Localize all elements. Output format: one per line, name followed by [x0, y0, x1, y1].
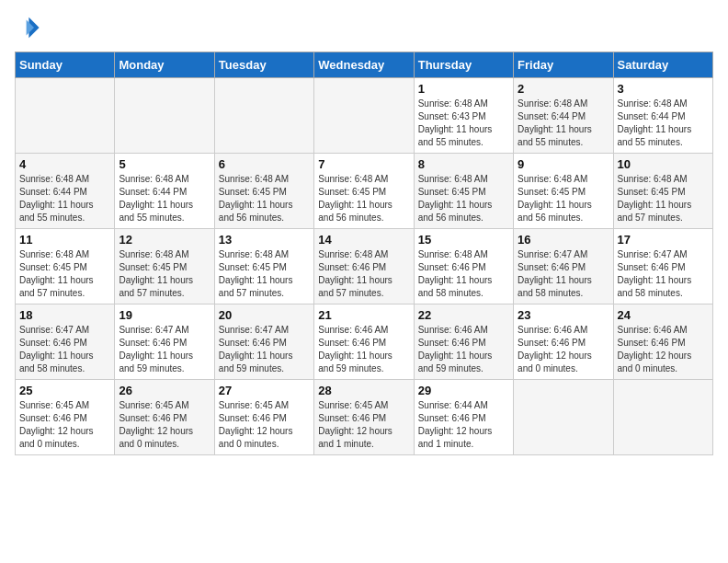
calendar-cell: 26Sunrise: 6:45 AM Sunset: 6:46 PM Dayli…	[115, 380, 214, 455]
calendar-cell: 12Sunrise: 6:48 AM Sunset: 6:45 PM Dayli…	[115, 229, 214, 304]
logo	[15, 15, 44, 40]
day-info: Sunrise: 6:48 AM Sunset: 6:45 PM Dayligh…	[318, 173, 409, 224]
day-number: 1	[418, 82, 509, 96]
day-info: Sunrise: 6:45 AM Sunset: 6:46 PM Dayligh…	[19, 399, 110, 451]
calendar-cell	[115, 78, 214, 154]
column-header-saturday: Saturday	[613, 52, 712, 78]
day-info: Sunrise: 6:48 AM Sunset: 6:45 PM Dayligh…	[618, 173, 709, 224]
calendar-cell: 8Sunrise: 6:48 AM Sunset: 6:45 PM Daylig…	[414, 154, 513, 229]
calendar-cell	[613, 380, 712, 455]
day-info: Sunrise: 6:48 AM Sunset: 6:45 PM Dayligh…	[418, 173, 509, 224]
page-header	[15, 15, 713, 40]
day-number: 15	[418, 233, 509, 247]
day-info: Sunrise: 6:48 AM Sunset: 6:45 PM Dayligh…	[119, 248, 210, 300]
day-info: Sunrise: 6:48 AM Sunset: 6:46 PM Dayligh…	[418, 248, 509, 300]
day-number: 8	[418, 157, 509, 171]
day-info: Sunrise: 6:48 AM Sunset: 6:44 PM Dayligh…	[119, 173, 210, 224]
day-info: Sunrise: 6:48 AM Sunset: 6:45 PM Dayligh…	[518, 173, 609, 224]
calendar-cell: 6Sunrise: 6:48 AM Sunset: 6:45 PM Daylig…	[214, 154, 313, 229]
day-number: 26	[119, 384, 210, 397]
calendar-cell: 4Sunrise: 6:48 AM Sunset: 6:44 PM Daylig…	[16, 154, 115, 229]
calendar-cell: 28Sunrise: 6:45 AM Sunset: 6:46 PM Dayli…	[314, 380, 414, 455]
day-number: 16	[518, 233, 609, 247]
day-info: Sunrise: 6:48 AM Sunset: 6:45 PM Dayligh…	[19, 248, 110, 300]
day-number: 25	[19, 384, 110, 397]
calendar-cell: 2Sunrise: 6:48 AM Sunset: 6:44 PM Daylig…	[514, 78, 613, 154]
calendar-week-row: 25Sunrise: 6:45 AM Sunset: 6:46 PM Dayli…	[16, 380, 713, 455]
day-number: 29	[418, 384, 509, 397]
calendar-cell: 17Sunrise: 6:47 AM Sunset: 6:46 PM Dayli…	[613, 229, 712, 304]
calendar-cell: 23Sunrise: 6:46 AM Sunset: 6:46 PM Dayli…	[514, 304, 613, 380]
day-number: 14	[318, 233, 409, 247]
day-number: 21	[318, 308, 409, 322]
day-number: 24	[618, 308, 709, 322]
calendar-cell: 11Sunrise: 6:48 AM Sunset: 6:45 PM Dayli…	[16, 229, 115, 304]
calendar-cell: 22Sunrise: 6:46 AM Sunset: 6:46 PM Dayli…	[414, 304, 513, 380]
column-header-wednesday: Wednesday	[314, 52, 414, 78]
calendar-cell: 7Sunrise: 6:48 AM Sunset: 6:45 PM Daylig…	[314, 154, 414, 229]
day-info: Sunrise: 6:47 AM Sunset: 6:46 PM Dayligh…	[219, 324, 310, 375]
day-info: Sunrise: 6:46 AM Sunset: 6:46 PM Dayligh…	[418, 324, 509, 375]
calendar-cell	[16, 78, 115, 154]
column-header-monday: Monday	[115, 52, 214, 78]
calendar-cell: 13Sunrise: 6:48 AM Sunset: 6:45 PM Dayli…	[214, 229, 313, 304]
day-number: 2	[518, 82, 609, 96]
day-info: Sunrise: 6:48 AM Sunset: 6:44 PM Dayligh…	[518, 98, 609, 149]
day-info: Sunrise: 6:47 AM Sunset: 6:46 PM Dayligh…	[19, 324, 110, 375]
day-number: 11	[19, 233, 110, 247]
calendar-week-row: 18Sunrise: 6:47 AM Sunset: 6:46 PM Dayli…	[16, 304, 713, 380]
calendar-cell: 20Sunrise: 6:47 AM Sunset: 6:46 PM Dayli…	[214, 304, 313, 380]
day-number: 6	[219, 157, 310, 171]
calendar-cell	[514, 380, 613, 455]
day-number: 13	[219, 233, 310, 247]
column-header-friday: Friday	[514, 52, 613, 78]
day-info: Sunrise: 6:46 AM Sunset: 6:46 PM Dayligh…	[318, 324, 409, 375]
calendar-cell: 10Sunrise: 6:48 AM Sunset: 6:45 PM Dayli…	[613, 154, 712, 229]
day-info: Sunrise: 6:48 AM Sunset: 6:45 PM Dayligh…	[219, 173, 310, 224]
day-info: Sunrise: 6:45 AM Sunset: 6:46 PM Dayligh…	[119, 399, 210, 451]
calendar-cell: 19Sunrise: 6:47 AM Sunset: 6:46 PM Dayli…	[115, 304, 214, 380]
calendar-header-row: SundayMondayTuesdayWednesdayThursdayFrid…	[16, 52, 713, 78]
column-header-thursday: Thursday	[414, 52, 513, 78]
calendar-cell: 1Sunrise: 6:48 AM Sunset: 6:43 PM Daylig…	[414, 78, 513, 154]
calendar-cell: 16Sunrise: 6:47 AM Sunset: 6:46 PM Dayli…	[514, 229, 613, 304]
day-number: 18	[19, 308, 110, 322]
calendar-cell: 15Sunrise: 6:48 AM Sunset: 6:46 PM Dayli…	[414, 229, 513, 304]
calendar-cell: 24Sunrise: 6:46 AM Sunset: 6:46 PM Dayli…	[613, 304, 712, 380]
day-number: 17	[618, 233, 709, 247]
calendar-cell: 9Sunrise: 6:48 AM Sunset: 6:45 PM Daylig…	[514, 154, 613, 229]
calendar-cell: 21Sunrise: 6:46 AM Sunset: 6:46 PM Dayli…	[314, 304, 414, 380]
calendar-week-row: 4Sunrise: 6:48 AM Sunset: 6:44 PM Daylig…	[16, 154, 713, 229]
day-info: Sunrise: 6:45 AM Sunset: 6:46 PM Dayligh…	[318, 399, 409, 451]
calendar-table: SundayMondayTuesdayWednesdayThursdayFrid…	[15, 52, 713, 455]
day-info: Sunrise: 6:48 AM Sunset: 6:46 PM Dayligh…	[318, 248, 409, 300]
day-number: 19	[119, 308, 210, 322]
calendar-cell	[314, 78, 414, 154]
logo-icon	[15, 15, 40, 40]
day-info: Sunrise: 6:47 AM Sunset: 6:46 PM Dayligh…	[518, 248, 609, 300]
day-number: 4	[19, 157, 110, 171]
day-number: 10	[618, 157, 709, 171]
day-info: Sunrise: 6:48 AM Sunset: 6:44 PM Dayligh…	[19, 173, 110, 224]
day-info: Sunrise: 6:46 AM Sunset: 6:46 PM Dayligh…	[518, 324, 609, 375]
calendar-week-row: 11Sunrise: 6:48 AM Sunset: 6:45 PM Dayli…	[16, 229, 713, 304]
day-number: 23	[518, 308, 609, 322]
calendar-cell: 29Sunrise: 6:44 AM Sunset: 6:46 PM Dayli…	[414, 380, 513, 455]
day-number: 5	[119, 157, 210, 171]
day-number: 3	[618, 82, 709, 96]
calendar-cell: 5Sunrise: 6:48 AM Sunset: 6:44 PM Daylig…	[115, 154, 214, 229]
calendar-week-row: 1Sunrise: 6:48 AM Sunset: 6:43 PM Daylig…	[16, 78, 713, 154]
day-info: Sunrise: 6:48 AM Sunset: 6:44 PM Dayligh…	[618, 98, 709, 149]
day-number: 9	[518, 157, 609, 171]
calendar-cell: 27Sunrise: 6:45 AM Sunset: 6:46 PM Dayli…	[214, 380, 313, 455]
day-info: Sunrise: 6:45 AM Sunset: 6:46 PM Dayligh…	[219, 399, 310, 451]
column-header-tuesday: Tuesday	[214, 52, 313, 78]
calendar-cell	[214, 78, 313, 154]
day-number: 20	[219, 308, 310, 322]
calendar-cell: 18Sunrise: 6:47 AM Sunset: 6:46 PM Dayli…	[16, 304, 115, 380]
calendar-cell: 3Sunrise: 6:48 AM Sunset: 6:44 PM Daylig…	[613, 78, 712, 154]
day-info: Sunrise: 6:47 AM Sunset: 6:46 PM Dayligh…	[618, 248, 709, 300]
day-info: Sunrise: 6:47 AM Sunset: 6:46 PM Dayligh…	[119, 324, 210, 375]
day-info: Sunrise: 6:48 AM Sunset: 6:45 PM Dayligh…	[219, 248, 310, 300]
day-number: 7	[318, 157, 409, 171]
